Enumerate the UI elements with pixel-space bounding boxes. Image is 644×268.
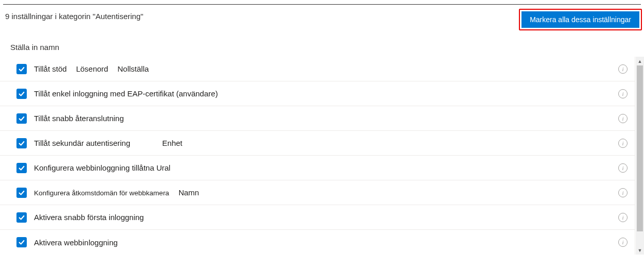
info-icon[interactable]: i (618, 64, 628, 74)
scroll-up-arrow-icon[interactable]: ▲ (636, 57, 644, 65)
scroll-thumb[interactable] (637, 65, 643, 231)
setting-label: Tillåt snabb återanslutning (34, 114, 124, 123)
info-icon[interactable]: i (618, 139, 628, 148)
setting-label-group: Konfigurera webbinloggning tillåtna Ural (34, 163, 618, 172)
scrollbar[interactable]: ▲ ▼ (635, 57, 644, 255)
scroll-down-arrow-icon[interactable]: ▼ (636, 246, 644, 255)
setting-label-group: Tillåt stödLösenordNollställa (34, 64, 618, 73)
setting-label: Aktivera webbinloggning (34, 238, 118, 247)
setting-label: Aktivera snabb första inloggning (34, 213, 144, 222)
setting-label: Tillåt sekundär autentisering (34, 139, 130, 147)
table-row[interactable]: Aktivera webbinloggningi (0, 230, 635, 255)
category-title: 9 inställningar i kategorin "Autentiseri… (5, 12, 143, 21)
checkbox[interactable] (16, 237, 27, 247)
table-row[interactable]: Tillåt sekundär autentiseringEnheti (0, 131, 635, 156)
table-row[interactable]: Konfigurera webbinloggning tillåtna Ural… (0, 156, 635, 180)
checkbox[interactable] (16, 89, 27, 99)
checkbox[interactable] (16, 64, 27, 74)
select-all-button[interactable]: Markera alla dessa inställningar (521, 11, 639, 28)
category-text: inställningar i kategorin "Autentisering… (12, 12, 144, 21)
select-all-highlight: Markera alla dessa inställningar (519, 9, 642, 30)
setting-label-group: Tillåt snabb återanslutning (34, 114, 618, 123)
info-icon[interactable]: i (618, 89, 628, 98)
setting-label-group: Aktivera snabb första inloggning (34, 213, 618, 222)
table-row[interactable]: Konfigurera åtkomstdomän för webbkameraN… (0, 180, 635, 205)
setting-sublabel: Nollställa (117, 64, 149, 73)
count-label: 9 (5, 12, 9, 21)
checkbox[interactable] (16, 188, 27, 198)
setting-label: Konfigurera webbinloggning tillåtna Ural (34, 163, 170, 172)
checkbox[interactable] (16, 113, 27, 124)
checkbox[interactable] (16, 163, 27, 173)
info-icon[interactable]: i (618, 213, 628, 222)
table-row[interactable]: Tillåt enkel inloggning med EAP-certifik… (0, 81, 635, 106)
setting-sublabel: Enhet (162, 139, 182, 147)
table-row[interactable]: Tillåt snabb återanslutningi (0, 106, 635, 131)
checkbox[interactable] (16, 138, 27, 148)
setting-label-group: Tillåt enkel inloggning med EAP-certifik… (34, 89, 618, 98)
setting-label-group: Tillåt sekundär autentiseringEnhet (34, 139, 618, 147)
setting-label: Tillåt enkel inloggning med EAP-certifik… (34, 89, 218, 98)
setting-sublabel: Namn (179, 188, 199, 197)
setting-sublabel: Lösenord (76, 64, 109, 73)
table-row[interactable]: Aktivera snabb första inloggningi (0, 205, 635, 230)
info-icon[interactable]: i (618, 188, 628, 197)
table-row[interactable]: Tillåt stödLösenordNollställai (0, 57, 635, 81)
setting-label-group: Konfigurera åtkomstdomän för webbkameraN… (34, 188, 618, 197)
column-header-name: Ställa in namn (0, 30, 644, 57)
setting-label: Tillåt stöd (34, 64, 67, 73)
scroll-track[interactable] (636, 65, 644, 246)
setting-label: Konfigurera åtkomstdomän för webbkamera (34, 189, 169, 197)
setting-label-group: Aktivera webbinloggning (34, 238, 618, 247)
info-icon[interactable]: i (618, 114, 628, 123)
info-icon[interactable]: i (618, 238, 628, 247)
checkbox[interactable] (16, 212, 27, 223)
info-icon[interactable]: i (618, 163, 628, 173)
settings-list: Tillåt stödLösenordNollställaiTillåt enk… (0, 57, 635, 255)
